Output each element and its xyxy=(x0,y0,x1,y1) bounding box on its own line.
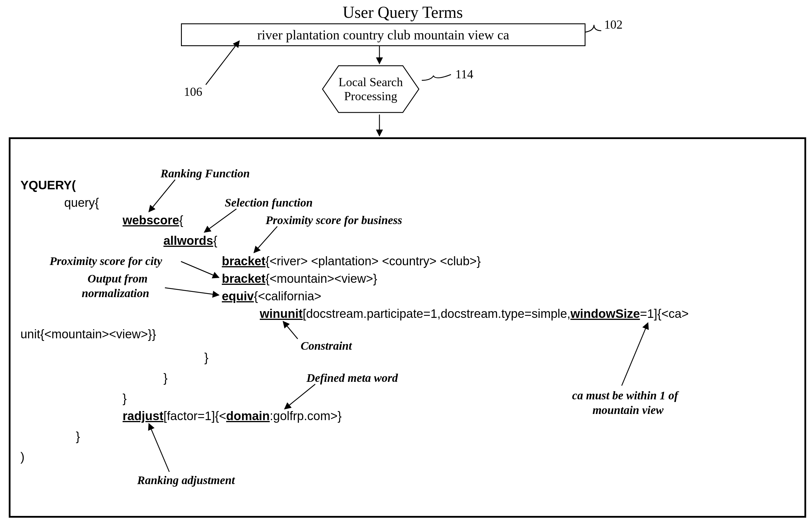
hex-line2: Processing xyxy=(344,89,397,103)
label-ranking-function: Ranking Function xyxy=(161,167,250,180)
bracket1-kw: bracket xyxy=(222,254,265,268)
ref-106: 106 xyxy=(184,85,202,99)
hex-line1: Local Search xyxy=(338,75,403,89)
close-brace-1: } xyxy=(204,351,208,365)
open-brace-2: { xyxy=(213,234,217,248)
label-proximity-city: Proximity score for city xyxy=(49,254,162,268)
label-selection-function: Selection function xyxy=(225,196,313,209)
local-search-processing-node: Local Search Processing xyxy=(321,64,420,114)
label-constraint: Constraint xyxy=(301,339,352,353)
unit-line: unit{<mountain><view>}} xyxy=(20,327,156,341)
ref-102: 102 xyxy=(604,17,623,31)
diagram-title: User Query Terms xyxy=(257,3,549,22)
webscore-kw: webscore xyxy=(122,213,179,227)
svg-marker-0 xyxy=(322,66,419,112)
label-ca-within1: ca must be within 1 of xyxy=(572,389,678,402)
domain-kw: domain xyxy=(226,409,270,423)
close-brace-2: } xyxy=(163,371,168,385)
radjust-kw: radjust xyxy=(122,409,163,423)
label-output-norm2: normalization xyxy=(82,286,149,300)
bracket2-tail: {<mountain><view>} xyxy=(265,272,377,285)
user-query-box: river plantation country club mountain v… xyxy=(181,23,585,46)
label-proximity-business: Proximity score for business xyxy=(266,213,402,227)
equiv-line: equiv{<california> xyxy=(222,289,321,303)
bracket1-tail: {<river> <plantation> <country> <club>} xyxy=(265,254,481,268)
close-brace-3: } xyxy=(122,391,127,406)
allwords-kw: allwords xyxy=(163,234,213,248)
equiv-kw: equiv xyxy=(222,289,254,303)
yquery-head: YQUERY( xyxy=(20,178,76,192)
close-paren: ) xyxy=(20,450,25,464)
webscore-line: webscore{ xyxy=(122,213,183,227)
yquery-query: query{ xyxy=(64,196,99,210)
svg-line-1 xyxy=(206,41,240,85)
label-ca-within2: mountain view xyxy=(593,403,664,417)
winunit-mid: [docstream.participate=1,docstream.type=… xyxy=(303,307,570,321)
title-text: User Query Terms xyxy=(343,3,463,21)
label-ranking-adj: Ranking adjustment xyxy=(137,473,235,487)
label-defined-meta: Defined meta word xyxy=(306,371,398,385)
winunit-end: =1]{<ca> xyxy=(640,307,688,321)
radjust-mid: [factor=1]{< xyxy=(163,409,226,423)
winunit-kw: winunit xyxy=(260,307,303,321)
radjust-line: radjust[factor=1]{<domain:golfrp.com>} xyxy=(122,409,342,423)
bracket1-line: bracket{<river> <plantation> <country> <… xyxy=(222,254,481,268)
equiv-tail: {<california> xyxy=(254,289,321,303)
bracket2-kw: bracket xyxy=(222,272,265,285)
bracket2-line: bracket{<mountain><view>} xyxy=(222,272,377,286)
allwords-line: allwords{ xyxy=(163,234,217,248)
windowsize-kw: windowSize xyxy=(570,307,640,321)
winunit-line: winunit[docstream.participate=1,docstrea… xyxy=(260,307,688,321)
open-brace-1: { xyxy=(179,213,183,227)
radjust-end: :golfrp.com>} xyxy=(270,409,342,423)
label-output-norm1: Output from xyxy=(88,272,148,285)
close-brace-4: } xyxy=(76,430,80,444)
user-query-text: river plantation country club mountain v… xyxy=(257,27,509,43)
ref-114: 114 xyxy=(455,67,473,81)
